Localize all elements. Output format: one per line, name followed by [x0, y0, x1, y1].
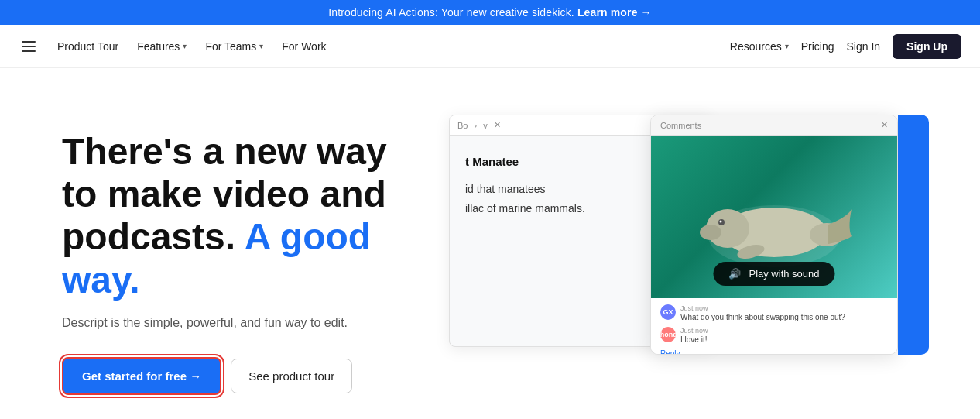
nav-right: Resources ▾ Pricing Sign In Sign Up	[730, 34, 961, 59]
resources-chevron-icon: ▾	[785, 42, 789, 50]
hero-buttons: Get started for free → See product tour	[62, 357, 418, 395]
comments-label: Comments	[660, 121, 701, 130]
comment-avatar-1: GX	[660, 304, 676, 320]
comment2-text: I love it!	[680, 335, 708, 345]
blue-edge-decoration	[898, 115, 929, 355]
comment1-time: Just now	[680, 304, 845, 312]
for-teams-chevron-icon: ▾	[259, 42, 263, 50]
hero-text: There's a new way to make video and podc…	[62, 115, 418, 395]
hero-section: There's a new way to make video and podc…	[0, 68, 980, 419]
video-area: 🔊 Play with sound	[651, 136, 897, 298]
get-started-button[interactable]: Get started for free →	[62, 357, 221, 395]
hero-title: There's a new way to make video and podc…	[62, 130, 418, 301]
nav-left: Product Tour Features ▾ For Teams ▾ For …	[19, 38, 730, 55]
hamburger-menu-icon[interactable]	[19, 38, 39, 55]
announcement-bar: Introducing AI Actions: Your new creativ…	[0, 0, 980, 25]
svg-point-3	[700, 225, 721, 240]
svg-point-5	[720, 221, 722, 223]
manatee-illustration	[697, 167, 852, 275]
video-panel: Comments ✕	[650, 115, 898, 355]
close-icon: ✕	[881, 120, 888, 130]
sign-up-button[interactable]: Sign Up	[893, 34, 961, 59]
comment-row-1: GX Just now What do you think about swap…	[660, 304, 888, 322]
play-label: Play with sound	[749, 268, 819, 280]
sign-in-button[interactable]: Sign In	[847, 40, 881, 53]
nav-resources[interactable]: Resources ▾	[730, 40, 789, 53]
product-tour-button[interactable]: See product tour	[231, 359, 352, 393]
hero-visual: Bo › v ✕ t Manatee id that manatees illa…	[449, 115, 934, 419]
nav-for-work[interactable]: For Work	[282, 40, 326, 53]
navbar: Product Tour Features ▾ For Teams ▾ For …	[0, 25, 980, 68]
comments-panel: GX Just now What do you think about swap…	[651, 298, 897, 355]
nav-product-tour[interactable]: Product Tour	[57, 40, 118, 53]
comment1-text: What do you think about swapping this on…	[680, 312, 845, 322]
nav-pricing[interactable]: Pricing	[801, 40, 834, 53]
reply-link[interactable]: Reply	[660, 349, 888, 355]
speaker-icon: 🔊	[728, 268, 741, 280]
video-header: Comments ✕	[651, 115, 897, 136]
hero-subtitle: Descript is the simple, powerful, and fu…	[62, 314, 418, 332]
features-chevron-icon: ▾	[183, 42, 187, 50]
comment2-time: Just now	[680, 327, 708, 335]
play-bar[interactable]: 🔊 Play with sound	[713, 262, 834, 286]
comment-row-2: Rhonda Just now I love it!	[660, 327, 888, 345]
announcement-text: Introducing AI Actions: Your new creativ…	[328, 6, 574, 19]
nav-features[interactable]: Features ▾	[137, 40, 187, 53]
nav-for-teams[interactable]: For Teams ▾	[205, 40, 263, 53]
announcement-link[interactable]: Learn more →	[577, 6, 652, 19]
comment-avatar-2: Rhonda	[660, 327, 676, 342]
